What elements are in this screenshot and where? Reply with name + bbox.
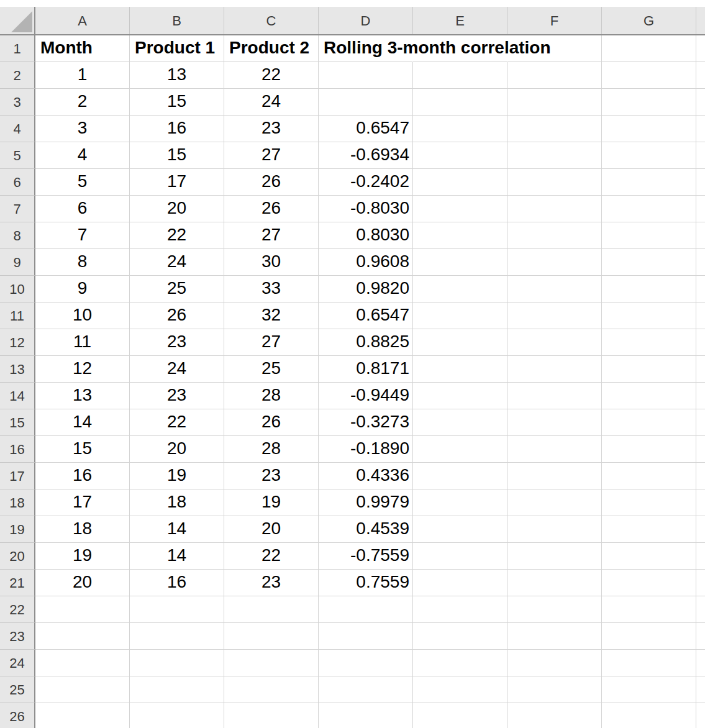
row-header-25[interactable]: 25 [0,676,35,703]
cell-C16[interactable]: 28 [224,436,319,463]
cell-C25[interactable] [224,676,319,703]
cell-E25[interactable] [413,676,507,703]
cell-A23[interactable] [35,623,130,650]
cell-B25[interactable] [130,676,224,703]
cell-A5[interactable]: 4 [35,142,130,169]
row-header-23[interactable]: 23 [0,623,35,650]
cell-E3[interactable] [413,89,507,116]
cell-F5[interactable] [507,142,602,169]
cell-F22[interactable] [507,596,602,623]
row-header-2[interactable]: 2 [0,62,35,89]
cell-B7[interactable]: 20 [130,196,224,222]
cell-C18[interactable]: 19 [224,489,319,516]
cell-F26[interactable] [507,703,602,728]
row-header-22[interactable]: 22 [0,596,35,623]
cell-E17[interactable] [413,463,507,489]
cell-G13[interactable] [602,356,696,383]
cell-C2[interactable]: 22 [224,62,319,89]
cell-C3[interactable]: 24 [224,89,319,116]
cell-A11[interactable]: 10 [35,303,130,329]
cell-G25[interactable] [602,676,696,703]
cell-B12[interactable]: 23 [130,329,224,356]
column-header-A[interactable]: A [35,7,130,34]
cell-E10[interactable] [413,276,507,303]
cell-G15[interactable] [602,409,696,436]
cell-C7[interactable]: 26 [224,196,319,222]
cell-C4[interactable]: 23 [224,116,319,142]
cell-G5[interactable] [602,142,696,169]
row-header-10[interactable]: 10 [0,276,35,303]
cell-G11[interactable] [602,303,696,329]
cell-D24[interactable] [319,650,413,676]
cell-B13[interactable]: 24 [130,356,224,383]
cell-C10[interactable]: 33 [224,276,319,303]
row-header-18[interactable]: 18 [0,489,35,516]
cell-D4[interactable]: 0.6547 [319,116,413,142]
cell-A3[interactable]: 2 [35,89,130,116]
column-header-E[interactable]: E [413,7,507,34]
row-header-7[interactable]: 7 [0,196,35,222]
cell-F23[interactable] [507,623,602,650]
cell-C13[interactable]: 25 [224,356,319,383]
cell-D23[interactable] [319,623,413,650]
cell-F4[interactable] [507,116,602,142]
cell-B16[interactable]: 20 [130,436,224,463]
cell-B21[interactable]: 16 [130,570,224,596]
cell-B8[interactable]: 22 [130,222,224,249]
cell-A16[interactable]: 15 [35,436,130,463]
cell-F3[interactable] [507,89,602,116]
cell-A26[interactable] [35,703,130,728]
cell-A14[interactable]: 13 [35,383,130,409]
cell-F6[interactable] [507,169,602,196]
cell-F2[interactable] [507,62,602,89]
cell-A1[interactable]: Month [35,35,130,62]
cell-C5[interactable]: 27 [224,142,319,169]
row-header-17[interactable]: 17 [0,463,35,489]
cell-D19[interactable]: 0.4539 [319,516,413,543]
cell-A15[interactable]: 14 [35,409,130,436]
cell-B15[interactable]: 22 [130,409,224,436]
cell-B19[interactable]: 14 [130,516,224,543]
cell-B22[interactable] [130,596,224,623]
cell-E22[interactable] [413,596,507,623]
cell-D16[interactable]: -0.1890 [319,436,413,463]
cell-B3[interactable]: 15 [130,89,224,116]
cell-E7[interactable] [413,196,507,222]
cell-G14[interactable] [602,383,696,409]
cell-D12[interactable]: 0.8825 [319,329,413,356]
cell-D25[interactable] [319,676,413,703]
cell-B6[interactable]: 17 [130,169,224,196]
cell-G22[interactable] [602,596,696,623]
cell-F20[interactable] [507,543,602,570]
cell-B18[interactable]: 18 [130,489,224,516]
cell-G3[interactable] [602,89,696,116]
row-header-13[interactable]: 13 [0,356,35,383]
cell-F15[interactable] [507,409,602,436]
row-header-19[interactable]: 19 [0,516,35,543]
cell-E16[interactable] [413,436,507,463]
cell-E23[interactable] [413,623,507,650]
cell-A19[interactable]: 18 [35,516,130,543]
column-header-D[interactable]: D [319,7,413,34]
cell-D13[interactable]: 0.8171 [319,356,413,383]
cell-A2[interactable]: 1 [35,62,130,89]
cell-G18[interactable] [602,489,696,516]
cell-B26[interactable] [130,703,224,728]
row-header-21[interactable]: 21 [0,570,35,596]
cell-C11[interactable]: 32 [224,303,319,329]
cell-A7[interactable]: 6 [35,196,130,222]
cell-D7[interactable]: -0.8030 [319,196,413,222]
cell-G20[interactable] [602,543,696,570]
cell-B11[interactable]: 26 [130,303,224,329]
row-header-6[interactable]: 6 [0,169,35,196]
cell-B10[interactable]: 25 [130,276,224,303]
cell-G19[interactable] [602,516,696,543]
cell-G24[interactable] [602,650,696,676]
cell-C12[interactable]: 27 [224,329,319,356]
cell-F24[interactable] [507,650,602,676]
cell-A24[interactable] [35,650,130,676]
cell-E8[interactable] [413,222,507,249]
cell-F12[interactable] [507,329,602,356]
cell-A9[interactable]: 8 [35,249,130,276]
cell-A13[interactable]: 12 [35,356,130,383]
